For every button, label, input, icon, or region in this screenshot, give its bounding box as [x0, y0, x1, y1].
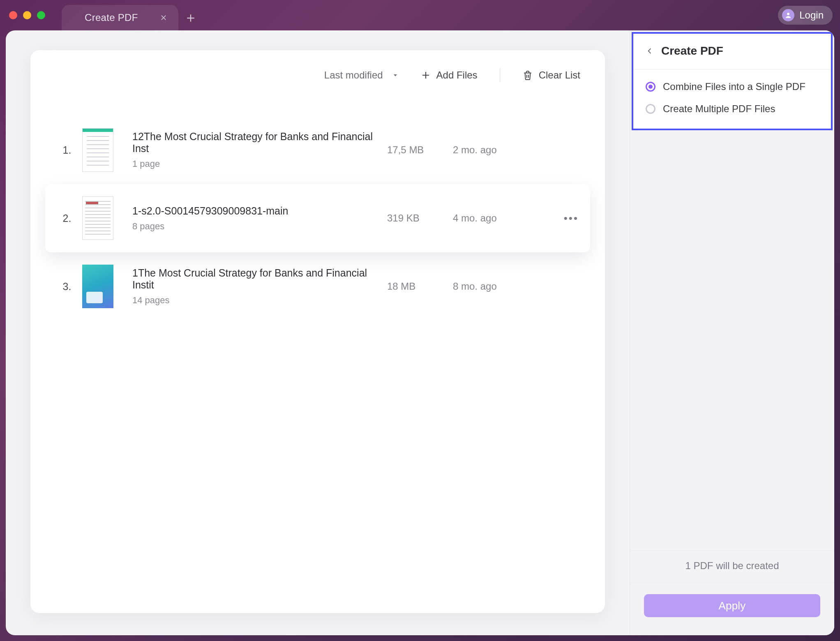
file-modified: 8 mo. ago [453, 281, 535, 292]
file-modified: 4 mo. ago [453, 212, 535, 224]
window-controls [9, 11, 45, 19]
new-tab-button[interactable] [178, 6, 203, 30]
titlebar: Create PDF Login [0, 0, 840, 30]
option-combine[interactable]: Combine Files into a Single PDF [646, 81, 819, 92]
add-files-label: Add Files [436, 69, 478, 81]
toolbar-divider [500, 68, 500, 82]
chevron-left-icon[interactable] [646, 47, 654, 55]
window-zoom-button[interactable] [37, 11, 45, 19]
plus-icon [421, 70, 431, 80]
file-thumbnail [82, 128, 113, 172]
tab-close-icon[interactable] [159, 13, 168, 23]
file-title: 12The Most Crucial Strategy for Banks an… [132, 131, 387, 154]
file-row[interactable]: 3. 1The Most Crucial Strategy for Banks … [30, 252, 605, 320]
login-label: Login [799, 9, 824, 21]
login-button[interactable]: Login [778, 6, 833, 25]
list-toolbar: Last modified Add Files [30, 50, 605, 91]
file-title: 1-s2.0-S0014579309009831-main [132, 205, 387, 217]
file-row[interactable]: 1. 12The Most Crucial Strategy for Banks… [30, 116, 605, 184]
file-list-card: Last modified Add Files [30, 50, 605, 613]
stage: Last modified Add Files [6, 30, 834, 635]
apply-button[interactable]: Apply [644, 594, 820, 617]
file-title: 1The Most Crucial Strategy for Banks and… [132, 267, 387, 291]
file-pages: 8 pages [132, 221, 387, 232]
file-row[interactable]: 2. 1-s2.0-S0014579309009831-main 8 pages… [45, 184, 590, 252]
create-mode-options: Combine Files into a Single PDF Create M… [633, 69, 831, 129]
caret-down-icon [392, 72, 399, 78]
option-multiple-label: Create Multiple PDF Files [663, 103, 775, 115]
window-minimize-button[interactable] [23, 11, 31, 19]
side-panel: Create PDF Combine Files into a Single P… [630, 30, 834, 635]
side-panel-card: Create PDF Combine Files into a Single P… [632, 32, 833, 130]
svg-point-4 [787, 13, 789, 15]
option-multiple[interactable]: Create Multiple PDF Files [646, 103, 819, 115]
row-index: 3. [58, 281, 76, 293]
row-index: 2. [58, 212, 76, 224]
row-more-icon[interactable]: ••• [564, 212, 579, 225]
trash-icon [522, 70, 533, 81]
clear-list-label: Clear List [539, 69, 580, 81]
file-thumbnail [82, 265, 113, 308]
radio-icon [646, 104, 655, 114]
avatar-icon [782, 9, 794, 21]
panel-status: 1 PDF will be created [630, 551, 834, 583]
file-pages: 14 pages [132, 295, 387, 306]
tab-title: Create PDF [85, 12, 138, 23]
tabstrip: Create PDF [62, 0, 203, 30]
file-size: 17,5 MB [387, 144, 453, 156]
radio-icon [646, 82, 655, 92]
file-thumbnail [82, 196, 113, 240]
panel-spacer [630, 130, 834, 551]
file-modified: 2 mo. ago [453, 144, 535, 156]
file-list: 1. 12The Most Crucial Strategy for Banks… [30, 91, 605, 613]
sort-dropdown[interactable]: Last modified [324, 69, 399, 81]
panel-title: Create PDF [661, 44, 723, 58]
clear-list-button[interactable]: Clear List [522, 69, 580, 81]
file-size: 18 MB [387, 281, 453, 292]
file-size: 319 KB [387, 212, 453, 224]
window-close-button[interactable] [9, 11, 17, 19]
panel-header: Create PDF [633, 34, 831, 69]
add-files-button[interactable]: Add Files [421, 69, 478, 81]
file-list-area: Last modified Add Files [6, 30, 630, 635]
row-index: 1. [58, 144, 76, 156]
file-pages: 1 page [132, 159, 387, 169]
panel-footer: Apply [630, 583, 834, 635]
topbar-right: Login [778, 6, 833, 25]
sort-label: Last modified [324, 69, 383, 81]
tab-create-pdf[interactable]: Create PDF [62, 5, 178, 30]
option-combine-label: Combine Files into a Single PDF [663, 81, 805, 92]
